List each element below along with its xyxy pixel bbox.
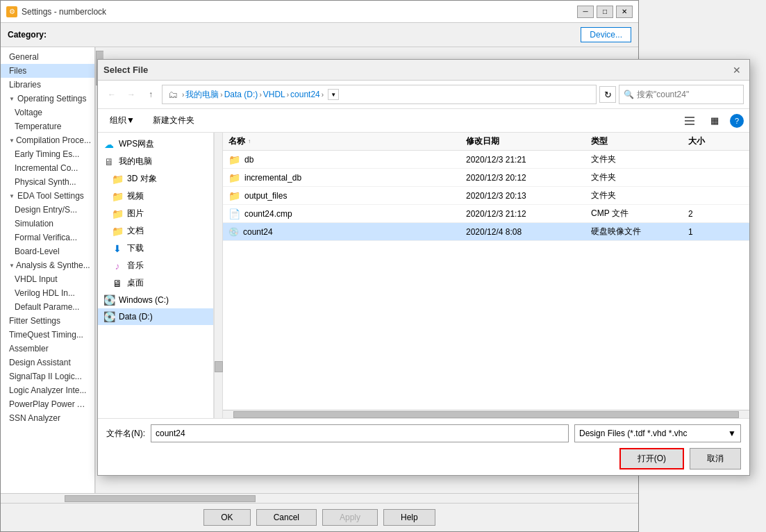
tree-item-desktop[interactable]: 🖥 桌面 bbox=[98, 274, 213, 292]
sidebar-item-temperature[interactable]: Temperature bbox=[1, 119, 94, 133]
tree-scrollbar[interactable] bbox=[214, 133, 222, 418]
new-folder-button[interactable]: 新建文件夹 bbox=[147, 112, 201, 129]
sidebar-item-general[interactable]: General bbox=[1, 50, 94, 64]
resize-handle[interactable] bbox=[630, 523, 638, 531]
video-folder-icon: 📁 bbox=[112, 191, 123, 202]
tree-item-3d[interactable]: 📁 3D 对象 bbox=[98, 170, 213, 188]
breadcrumb-vhdl[interactable]: VHDL bbox=[263, 90, 285, 99]
refresh-button[interactable]: ↻ bbox=[599, 86, 616, 103]
help-button[interactable]: Help bbox=[383, 509, 435, 526]
list-view-icon bbox=[683, 115, 696, 127]
minimize-button[interactable]: ─ bbox=[577, 6, 594, 18]
tree-item-c-drive-label: Windows (C:) bbox=[119, 295, 169, 305]
breadcrumb-mypc[interactable]: 我的电脑 bbox=[185, 89, 219, 101]
sidebar-item-files[interactable]: Files bbox=[1, 64, 94, 78]
file-type-count24: 硬盘映像文件 bbox=[591, 226, 688, 238]
sidebar-item-vhdl[interactable]: VHDL Input bbox=[1, 272, 94, 286]
sidebar-item-design-assistant[interactable]: Design Assistant bbox=[1, 356, 94, 369]
tree-item-mypc[interactable]: 🖥 我的电脑 bbox=[98, 153, 213, 170]
sidebar-item-assembler[interactable]: Assembler bbox=[1, 342, 94, 356]
tree-item-d-drive[interactable]: 💽 Data (D:) bbox=[98, 308, 213, 325]
sidebar-item-ssn[interactable]: SSN Analyzer bbox=[1, 411, 94, 425]
dialog-title-bar: Select File ✕ bbox=[98, 60, 749, 81]
sidebar-item-design-entry[interactable]: Design Entry/S... bbox=[1, 203, 94, 217]
app-icon: ⚙ bbox=[6, 6, 17, 17]
col-date[interactable]: 修改日期 bbox=[466, 135, 591, 147]
sidebar-item-analysis[interactable]: ▼Analysis & Synthe... bbox=[1, 258, 94, 272]
file-name-db: 📁 db bbox=[228, 154, 466, 165]
open-button[interactable]: 打开(O) bbox=[619, 448, 684, 469]
view-list-button[interactable] bbox=[680, 113, 699, 129]
col-date-label: 修改日期 bbox=[466, 135, 499, 147]
search-input[interactable] bbox=[637, 90, 739, 99]
filename-input[interactable] bbox=[151, 424, 569, 442]
sidebar-item-libraries[interactable]: Libraries bbox=[1, 78, 94, 92]
files-panel: 名称 ↑ 修改日期 类型 大小 📁 db bbox=[223, 133, 749, 418]
file-row-count24[interactable]: 💿 count24 2020/12/4 8:08 硬盘映像文件 1 bbox=[223, 223, 749, 241]
file-row-count24-cmp[interactable]: 📄 count24.cmp 2020/12/3 21:12 CMP 文件 2 bbox=[223, 205, 749, 223]
breadcrumb-count24[interactable]: count24 bbox=[290, 90, 320, 99]
apply-button[interactable]: Apply bbox=[322, 509, 378, 526]
help-icon-button[interactable]: ? bbox=[730, 114, 744, 128]
cancel-button[interactable]: Cancel bbox=[256, 509, 317, 526]
maximize-button[interactable]: □ bbox=[597, 6, 613, 18]
file-name-count24-cmp: 📄 count24.cmp bbox=[228, 208, 466, 219]
tree-item-pictures[interactable]: 📁 图片 bbox=[98, 205, 213, 222]
filename-label: 文件名(N): bbox=[106, 428, 145, 440]
dialog-close-button[interactable]: ✕ bbox=[730, 63, 744, 77]
folder-icon-incremental: 📁 bbox=[228, 172, 240, 183]
tree-item-wps[interactable]: ☁ WPS网盘 bbox=[98, 135, 213, 153]
sidebar-item-operating[interactable]: ▼Operating Settings bbox=[1, 92, 94, 106]
sidebar-item-early-timing[interactable]: Early Timing Es... bbox=[1, 147, 94, 161]
breadcrumb-datad[interactable]: Data (D:) bbox=[224, 90, 258, 99]
ok-button[interactable]: OK bbox=[203, 509, 250, 526]
tree-item-downloads-label: 下载 bbox=[127, 242, 144, 254]
file-date-count24-cmp: 2020/12/3 21:12 bbox=[466, 209, 591, 219]
view-mode-button[interactable]: ▦ bbox=[705, 113, 724, 129]
col-name[interactable]: 名称 ↑ bbox=[228, 135, 466, 147]
tree-item-music[interactable]: ♪ 音乐 bbox=[98, 257, 213, 274]
breadcrumb: 🗂 › 我的电脑 › Data (D:) › VHDL › count24 › … bbox=[162, 85, 597, 104]
file-row-db[interactable]: 📁 db 2020/12/3 21:21 文件夹 bbox=[223, 151, 749, 169]
tree-item-video[interactable]: 📁 视频 bbox=[98, 188, 213, 205]
nav-forward-button[interactable]: → bbox=[123, 86, 140, 103]
sidebar-item-powerplay[interactable]: PowerPlay Power A... bbox=[1, 397, 94, 411]
sidebar-item-compilation[interactable]: ▼Compilation Proce... bbox=[1, 133, 94, 147]
sidebar-item-logic-analyzer[interactable]: Logic Analyzer Inte... bbox=[1, 383, 94, 397]
sidebar-item-formal[interactable]: Formal Verifica... bbox=[1, 231, 94, 244]
files-hscroll[interactable] bbox=[223, 410, 749, 418]
nav-back-button[interactable]: ← bbox=[103, 86, 120, 103]
device-button[interactable]: Device... bbox=[581, 27, 631, 42]
organize-button[interactable]: 组织▼ bbox=[103, 112, 141, 129]
file-row-incremental-db[interactable]: 📁 incremental_db 2020/12/3 20:12 文件夹 bbox=[223, 169, 749, 187]
sidebar-item-verilog[interactable]: Verilog HDL In... bbox=[1, 286, 94, 300]
sidebar-item-physical[interactable]: Physical Synth... bbox=[1, 175, 94, 189]
dialog-cancel-button[interactable]: 取消 bbox=[690, 448, 741, 469]
sidebar-item-board[interactable]: Board-Level bbox=[1, 244, 94, 258]
sidebar-item-simulation[interactable]: Simulation bbox=[1, 217, 94, 231]
title-bar: ⚙ Settings - numberclock ─ □ ✕ bbox=[1, 1, 638, 23]
col-size-label: 大小 bbox=[688, 135, 705, 147]
title-bar-left: ⚙ Settings - numberclock bbox=[6, 6, 106, 17]
files-header: 名称 ↑ 修改日期 类型 大小 bbox=[223, 133, 749, 151]
settings-hscroll[interactable] bbox=[1, 493, 638, 503]
sidebar-item-voltage[interactable]: Voltage bbox=[1, 106, 94, 119]
sidebar-item-incremental[interactable]: Incremental Co... bbox=[1, 161, 94, 175]
file-type-incremental: 文件夹 bbox=[591, 172, 688, 183]
col-size[interactable]: 大小 bbox=[688, 135, 744, 147]
breadcrumb-dropdown-button[interactable]: ▼ bbox=[328, 89, 339, 100]
close-button[interactable]: ✕ bbox=[616, 6, 633, 18]
sidebar-item-default-param[interactable]: Default Parame... bbox=[1, 300, 94, 314]
filetype-dropdown[interactable]: Design Files (*.tdf *.vhd *.vhc ▼ bbox=[574, 424, 741, 442]
sidebar-item-fitter[interactable]: Fitter Settings bbox=[1, 314, 94, 328]
tree-item-downloads[interactable]: ⬇ 下载 bbox=[98, 240, 213, 257]
tree-item-c-drive[interactable]: 💽 Windows (C:) bbox=[98, 292, 213, 308]
file-row-output-files[interactable]: 📁 output_files 2020/12/3 20:13 文件夹 bbox=[223, 187, 749, 205]
sidebar-item-timequest[interactable]: TimeQuest Timing... bbox=[1, 328, 94, 342]
tree-item-docs[interactable]: 📁 文档 bbox=[98, 222, 213, 240]
sidebar-item-signaltap[interactable]: SignalTap II Logic... bbox=[1, 369, 94, 383]
nav-up-button[interactable]: ↑ bbox=[142, 86, 159, 103]
col-type[interactable]: 类型 bbox=[591, 135, 688, 147]
file-label-count24-cmp: count24.cmp bbox=[244, 209, 292, 219]
sidebar-item-eda[interactable]: ▼EDA Tool Settings bbox=[1, 189, 94, 203]
